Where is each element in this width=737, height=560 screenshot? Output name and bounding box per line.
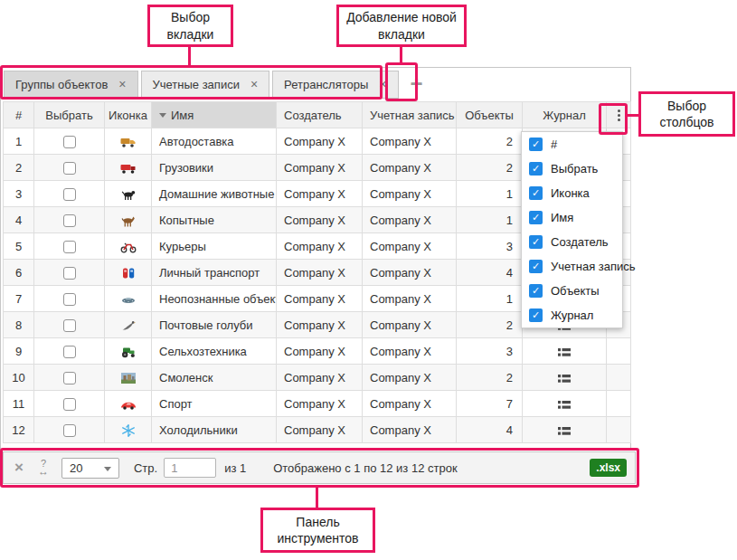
column-header-creator[interactable]: Создатель (277, 102, 363, 128)
row-checkbox[interactable] (63, 188, 76, 201)
column-header-select[interactable]: Выбрать (34, 102, 105, 128)
row-checkbox[interactable] (63, 214, 76, 227)
column-header-icon[interactable]: Иконка (105, 102, 152, 128)
checked-checkbox-icon[interactable]: ✓ (529, 211, 543, 224)
column-menu-label: Создатель (551, 235, 609, 249)
row-number: 6 (4, 260, 34, 286)
callout-add-tab: Добавление новой вкладки (336, 5, 467, 47)
row-number: 7 (4, 286, 34, 312)
export-xlsx-button[interactable]: .xlsx (590, 459, 627, 477)
group-creator: Company X (277, 365, 363, 391)
group-name: Личный транспорт (152, 260, 277, 286)
column-menu-item[interactable]: ✓ Создатель (522, 230, 622, 254)
table-row[interactable]: 11 Спорт Company X Company X 7 (4, 391, 631, 417)
group-account: Company X (363, 338, 457, 365)
group-account: Company X (363, 417, 457, 443)
column-menu-item[interactable]: ✓ Журнал (522, 303, 622, 327)
group-icon (120, 370, 137, 384)
group-creator: Company X (277, 391, 363, 417)
group-name: Копытные (152, 207, 277, 233)
column-menu-item[interactable]: ✓ # (522, 132, 622, 157)
group-name: Домашние животные (152, 181, 277, 207)
group-name: Почтовые голуби (152, 312, 277, 338)
group-account: Company X (363, 365, 457, 391)
close-tab-icon[interactable]: × (250, 77, 258, 91)
row-number: 11 (4, 391, 34, 417)
group-creator: Company X (277, 233, 363, 260)
group-name: Неопознанные объекты (152, 286, 277, 312)
column-header-journal[interactable]: Журнал (523, 102, 607, 128)
column-menu-item[interactable]: ✓ Имя (522, 205, 622, 230)
checked-checkbox-icon[interactable]: ✓ (529, 138, 543, 151)
page-number-input[interactable] (164, 458, 216, 478)
column-header-name[interactable]: Имя (152, 102, 277, 128)
checked-checkbox-icon[interactable]: ✓ (529, 260, 543, 273)
table-header-row: # Выбрать Иконка Имя Создатель Учетная з… (4, 102, 631, 128)
close-tab-icon[interactable]: × (118, 77, 126, 91)
checked-checkbox-icon[interactable]: ✓ (529, 235, 543, 249)
group-creator: Company X (277, 417, 363, 443)
group-icon (120, 422, 137, 436)
group-creator: Company X (277, 128, 363, 155)
journal-icon[interactable] (558, 423, 571, 437)
column-header-objects[interactable]: Объекты (457, 102, 523, 128)
row-checkbox[interactable] (63, 241, 76, 253)
row-checkbox[interactable] (63, 424, 76, 437)
column-header-number[interactable]: # (4, 102, 34, 128)
table-row[interactable]: 12 Холодильники Company X Company X 4 (4, 417, 631, 443)
column-menu-item[interactable]: ✓ Иконка (522, 181, 622, 205)
tab-accounts[interactable]: Учетные записи × (141, 71, 270, 99)
group-objects-count: 3 (457, 338, 523, 365)
table-row[interactable]: 9 Сельхозтехника Company X Company X 3 (4, 338, 631, 365)
group-account: Company X (363, 128, 457, 155)
tab-retranslators[interactable]: Ретрансляторы × (272, 71, 398, 99)
checked-checkbox-icon[interactable]: ✓ (529, 308, 543, 322)
journal-icon[interactable] (558, 345, 571, 358)
column-menu-item[interactable]: ✓ Учетная запись (522, 254, 622, 279)
row-checkbox[interactable] (63, 162, 76, 175)
page-size-select[interactable]: 20 (61, 458, 119, 479)
journal-icon[interactable] (558, 371, 571, 384)
group-objects-count: 2 (457, 312, 523, 338)
row-checkbox[interactable] (63, 346, 76, 358)
row-number: 5 (4, 233, 34, 260)
checked-checkbox-icon[interactable]: ✓ (529, 186, 543, 200)
table-row[interactable]: 10 Смоленск Company X Company X 2 (4, 365, 631, 391)
row-checkbox[interactable] (63, 293, 76, 306)
tab-label: Ретрансляторы (284, 78, 368, 91)
row-checkbox[interactable] (63, 319, 76, 332)
column-menu-item[interactable]: ✓ Объекты (522, 279, 622, 303)
group-creator: Company X (277, 155, 363, 181)
group-objects-count: 2 (457, 155, 523, 181)
kebab-menu-icon[interactable] (609, 109, 628, 121)
column-header-account[interactable]: Учетная запись (363, 102, 457, 128)
group-account: Company X (363, 391, 457, 417)
group-name: Курьеры (152, 233, 277, 260)
sort-desc-icon (159, 113, 166, 118)
row-checkbox[interactable] (63, 372, 76, 384)
group-account: Company X (363, 260, 457, 286)
group-objects-count: 1 (457, 286, 523, 312)
column-menu-label: Учетная запись (551, 260, 636, 273)
column-menu-label: Имя (551, 211, 573, 224)
add-tab-button[interactable]: + (402, 71, 432, 99)
close-tab-icon[interactable]: × (379, 77, 386, 91)
tab-label: Учетные записи (153, 78, 240, 91)
journal-icon[interactable] (558, 397, 571, 411)
group-creator: Company X (277, 260, 363, 286)
row-checkbox[interactable] (63, 398, 76, 411)
row-number: 9 (4, 338, 34, 365)
row-checkbox[interactable] (63, 267, 76, 280)
group-account: Company X (363, 312, 457, 338)
column-menu-item[interactable]: ✓ Выбрать (522, 157, 622, 181)
rows-status-label: Отображено с 1 по 12 из 12 строк (273, 461, 457, 475)
checked-checkbox-icon[interactable]: ✓ (529, 284, 543, 298)
tab-bar: Группы объектов × Учетные записи × Ретра… (1, 68, 630, 100)
group-icon (120, 213, 137, 226)
tab-object-groups[interactable]: Группы объектов × (4, 71, 138, 99)
checked-checkbox-icon[interactable]: ✓ (529, 162, 543, 176)
clear-selection-icon[interactable]: × (14, 459, 24, 477)
fit-columns-icon[interactable]: ? ↔ (38, 460, 49, 476)
group-account: Company X (363, 181, 457, 207)
row-checkbox[interactable] (63, 136, 76, 148)
